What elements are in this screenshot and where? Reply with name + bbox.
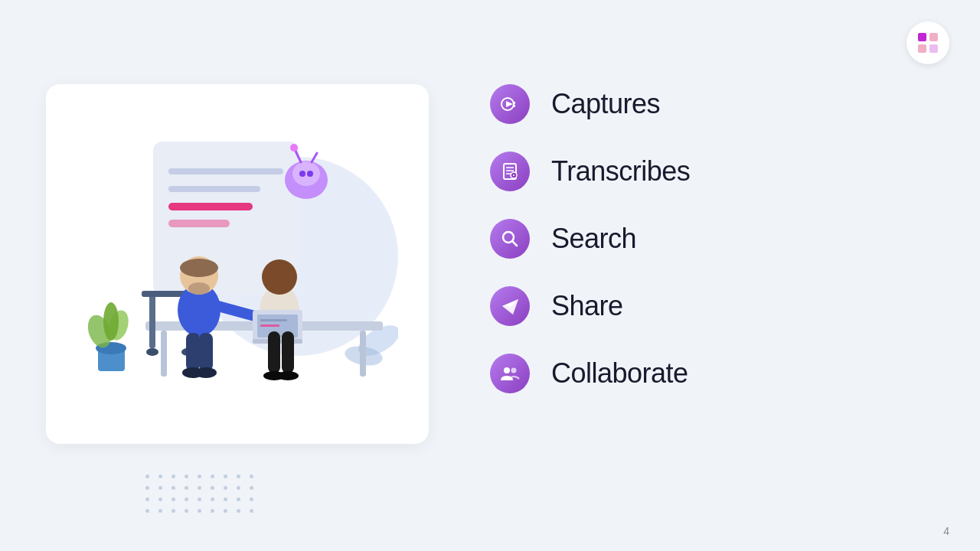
svg-point-16 <box>307 171 313 177</box>
search-icon-circle <box>490 219 530 259</box>
svg-rect-3 <box>929 44 938 53</box>
share-icon-circle <box>490 286 530 326</box>
scene-illustration <box>77 126 398 402</box>
svg-rect-32 <box>199 333 213 371</box>
feature-item-captures: Captures <box>490 84 690 124</box>
search-icon <box>500 229 520 249</box>
svg-point-34 <box>195 367 217 378</box>
svg-rect-54 <box>513 105 515 107</box>
logo-circle <box>906 21 949 64</box>
svg-line-63 <box>513 242 518 246</box>
svg-rect-22 <box>149 295 155 348</box>
feature-item-share: Share <box>490 286 690 326</box>
svg-point-28 <box>180 259 218 277</box>
transcribes-icon-circle <box>490 152 530 191</box>
svg-point-36 <box>262 259 297 295</box>
svg-rect-40 <box>260 319 287 321</box>
svg-point-15 <box>299 171 305 177</box>
svg-point-29 <box>188 282 210 295</box>
search-label: Search <box>551 223 636 255</box>
share-label: Share <box>551 290 623 322</box>
svg-rect-41 <box>260 324 279 327</box>
svg-rect-43 <box>282 331 294 373</box>
dot-pattern <box>145 474 253 520</box>
svg-rect-7 <box>168 186 260 192</box>
people-icon <box>500 364 520 383</box>
page-number: 4 <box>943 525 949 537</box>
svg-point-11 <box>292 161 320 186</box>
svg-point-50 <box>103 302 119 341</box>
feature-item-search: Search <box>490 219 690 259</box>
svg-rect-2 <box>918 44 926 53</box>
svg-rect-31 <box>186 333 200 371</box>
document-icon <box>500 161 520 181</box>
svg-point-13 <box>290 144 298 152</box>
feature-item-collaborate: Collaborate <box>490 354 690 393</box>
svg-point-67 <box>511 368 517 373</box>
svg-marker-52 <box>506 101 513 107</box>
illustration-panel <box>46 84 429 444</box>
svg-rect-8 <box>168 203 253 210</box>
svg-rect-9 <box>168 220 230 227</box>
svg-rect-42 <box>268 331 280 373</box>
feature-list: Captures Transcribes Search <box>490 84 690 393</box>
transcribes-label: Transcribes <box>551 155 690 187</box>
svg-point-24 <box>146 348 158 356</box>
svg-point-66 <box>504 367 510 373</box>
captures-label: Captures <box>551 88 660 120</box>
svg-rect-23 <box>142 291 188 297</box>
svg-rect-1 <box>929 33 938 41</box>
feature-item-transcribes: Transcribes <box>490 152 690 191</box>
tldv-logo-icon <box>916 31 939 54</box>
share-icon <box>500 296 520 316</box>
svg-rect-0 <box>918 33 926 41</box>
collaborate-icon-circle <box>490 354 530 393</box>
captures-icon-circle <box>490 84 530 124</box>
collaborate-label: Collaborate <box>551 357 688 390</box>
svg-rect-21 <box>360 331 366 377</box>
svg-point-45 <box>277 371 299 380</box>
svg-rect-20 <box>161 331 167 377</box>
svg-rect-53 <box>513 102 515 104</box>
video-icon <box>500 94 520 114</box>
svg-rect-6 <box>168 168 283 174</box>
